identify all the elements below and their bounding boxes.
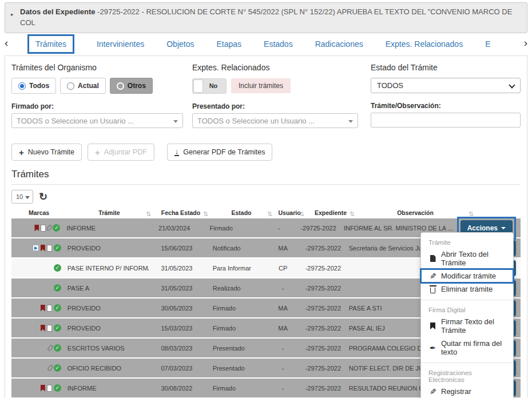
tramite-cell: INFORME	[64, 225, 146, 232]
estado-tramite-select[interactable]: TODOS	[371, 78, 521, 93]
green-check-icon	[54, 344, 61, 352]
caret-down-icon	[173, 120, 178, 123]
tramites-section-title: Trámites	[11, 169, 521, 180]
firmado-por-select[interactable]: TODOS o Seleccione un Usuario ...	[11, 113, 183, 128]
radio-actual[interactable]: Actual	[60, 78, 106, 94]
usuario-cell: -	[267, 345, 299, 352]
menu-item-firmar-texto[interactable]: Firmar Texto del Trámite	[421, 315, 513, 337]
marcas-cell	[11, 384, 65, 392]
observacion-cell: INFORME AL SR. MINISTRO DE LA ...	[343, 225, 457, 232]
acciones-dropdown-menu: Trámite Abrir Texto del Trámite Modifica…	[420, 232, 514, 398]
header-tramite[interactable]: Trámite⇅	[66, 209, 152, 216]
fecha-cell: 08/03/2023	[149, 345, 205, 352]
marcas-cell	[11, 324, 65, 332]
menu-item-registrar[interactable]: Registrar	[421, 385, 513, 398]
tab-etapas[interactable]: Etapas	[216, 39, 241, 49]
radio-todos-label: Todos	[29, 82, 49, 90]
marcas-cell	[11, 264, 65, 272]
estado-cell: Firmado	[205, 305, 268, 312]
header-observacion[interactable]: Observación⇅	[356, 209, 475, 216]
fecha-cell: 30/05/2023	[149, 305, 205, 312]
expediente-cell: -29725-2022	[299, 245, 348, 252]
green-check-icon	[54, 284, 61, 292]
radio-actual-label: Actual	[78, 82, 99, 90]
tab-tramites[interactable]: Trámites	[27, 34, 74, 54]
header-expediente[interactable]: Expediente⇅	[305, 209, 356, 216]
tab-estados[interactable]: Estados	[264, 39, 293, 49]
nuevo-tramite-button[interactable]: + Nuevo Trámite	[11, 144, 82, 161]
radio-todos[interactable]: Todos	[11, 78, 56, 94]
adjuntar-pdf-button[interactable]: + Adjuntar PDF	[88, 144, 154, 161]
expediente-header-label: Datos del Expediente	[20, 7, 95, 16]
estado-cell: Realizado	[205, 285, 268, 292]
tab-partial[interactable]: E	[485, 39, 490, 49]
sort-icon[interactable]: ⇅	[469, 210, 474, 218]
generar-pdf-label: Generar PDF de Trámites	[183, 148, 265, 156]
sort-icon[interactable]: ⇅	[203, 210, 208, 218]
tabs-prev-icon[interactable]: ‹	[5, 37, 8, 49]
header-estado[interactable]: Estado⇅	[209, 209, 273, 216]
toolbar: + Nuevo Trámite + Adjuntar PDF ↓ Generar…	[11, 144, 521, 161]
estado-cell: Para Informar	[205, 265, 268, 272]
exptes-relacionados-title: Exptes. Relacionados	[192, 63, 362, 72]
fecha-cell: 15/03/2023	[149, 325, 205, 332]
refresh-icon[interactable]: ↻	[39, 192, 47, 202]
tramite-cell: PASE INTERNO P/ INFORMAR	[65, 265, 149, 272]
tramite-cell: OFICIO RECIBIDO	[65, 365, 149, 372]
marcas-cell	[11, 304, 65, 312]
header-fecha-estado[interactable]: Fecha Estado⇅	[152, 209, 209, 216]
tab-intervinientes[interactable]: Intervinientes	[97, 39, 144, 49]
adjuntar-pdf-label: Adjuntar PDF	[104, 148, 147, 156]
tabs-next-icon[interactable]: ›	[524, 37, 527, 49]
caret-down-icon	[25, 196, 30, 199]
tab-exptes-relacionados[interactable]: Exptes. Relacionados	[386, 39, 463, 49]
radio-otros[interactable]: Otros	[110, 78, 153, 94]
plus-icon: +	[95, 148, 100, 157]
section-divider	[11, 184, 521, 185]
table-controls: 10 ↻	[11, 190, 521, 204]
pen-nib-icon	[428, 344, 437, 352]
header-usuario[interactable]: Usuario⇅	[273, 209, 305, 216]
menu-item-quitar-firma[interactable]: Quitar mi firma del texto	[421, 337, 513, 359]
marcas-cell	[11, 244, 65, 252]
usuario-cell: MA	[267, 305, 299, 312]
presentado-por-select[interactable]: TODOS o Seleccione un Usuario ...	[192, 113, 358, 128]
expand-caret-icon[interactable]: ▸	[11, 11, 14, 18]
tab-radicaciones[interactable]: Radicaciones	[315, 39, 363, 49]
marcas-cell	[11, 364, 65, 372]
menu-item-eliminar-tramite[interactable]: Eliminar trámite	[421, 282, 513, 296]
expediente-cell: -29725-2022	[299, 365, 348, 372]
red-bookmark-icon	[41, 305, 45, 312]
file-text-icon	[430, 255, 436, 262]
sort-icon[interactable]: ⇅	[146, 210, 151, 218]
firmado-por-label: Firmado por:	[11, 102, 183, 110]
fecha-cell: 15/06/2023	[149, 245, 205, 252]
red-bookmark-icon	[41, 245, 45, 252]
menu-item-modificar-tramite[interactable]: Modificar trámite	[421, 269, 513, 282]
presentado-por-label: Presentado por:	[192, 102, 362, 110]
estado-cell: Firmado	[205, 385, 268, 392]
menu-section-registraciones: Registraciones Electronicas	[421, 367, 513, 385]
sort-icon[interactable]: ⇅	[299, 210, 304, 218]
menu-item-abrir-texto[interactable]: Abrir Texto del Trámite	[421, 248, 513, 269]
incluir-toggle[interactable]: No	[192, 78, 227, 94]
filter-col-estado: Estado del Trámite TODOS Trámite/Observa…	[371, 63, 521, 128]
firmado-por-placeholder: TODOS o Seleccione un Usuario ...	[17, 117, 134, 125]
sort-icon[interactable]: ⇅	[267, 210, 272, 218]
bookmark-icon	[430, 323, 435, 329]
presentado-por-placeholder: TODOS o Seleccione un Usuario ...	[197, 117, 315, 125]
document-icon	[41, 225, 46, 232]
page-size-select[interactable]: 10	[11, 190, 33, 204]
sort-icon[interactable]: ⇅	[350, 210, 355, 218]
tramite-cell: PASE A	[65, 285, 149, 292]
expediente-cell: -29725-2022	[299, 305, 348, 312]
estado-cell: Presentado	[205, 345, 268, 352]
generar-pdf-button[interactable]: ↓ Generar PDF de Trámites	[167, 144, 273, 161]
tramite-observacion-input[interactable]	[371, 113, 521, 128]
tab-objetos[interactable]: Objetos	[166, 39, 194, 49]
radio-unchecked-icon	[67, 82, 74, 90]
estado-cell: Presentado	[205, 365, 268, 372]
green-check-icon	[53, 224, 60, 232]
estado-tramite-value: TODOS	[377, 81, 403, 90]
page-size-value: 10	[16, 193, 23, 200]
